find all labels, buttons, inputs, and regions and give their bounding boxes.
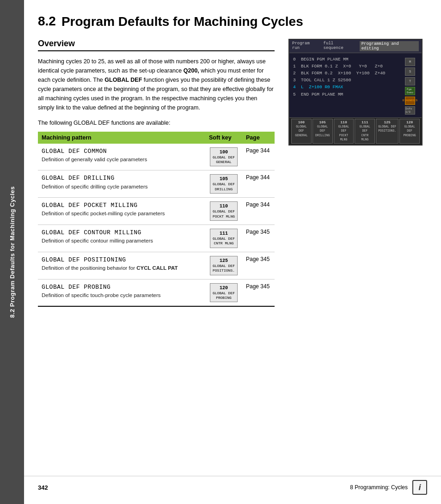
row-5-text: Definition of the positioning behavior f… — [42, 264, 202, 272]
screen-btn-s[interactable]: S — [405, 67, 415, 76]
section-number: 8.2 — [38, 14, 56, 29]
screen-line-3: 3 TOOL CALL 1 Z S2500 — [293, 77, 403, 84]
row-4-page: Page 345 — [242, 225, 275, 252]
screen-code-lines: 0 BEGIN PGM PLANE MM 1 BLK FORM 0.1 Z X+… — [293, 56, 403, 115]
row-5-desc: GLOBAL DEF POSITIONING Definition of the… — [38, 252, 205, 279]
page-footer: 342 8 Programming: Cycles i — [24, 476, 441, 495]
screen-line-0: 0 BEGIN PGM PLANE MM — [293, 56, 403, 63]
screen-btn-t[interactable]: T — [405, 77, 415, 85]
info-icon-label: i — [418, 483, 421, 492]
avail-text: The following GLOBAL DEF functions are a… — [38, 120, 275, 126]
cycl-call-pat-ref: CYCL CALL PAT — [136, 265, 178, 271]
screen-line-2: 2 BLK FORM 0.2 X+100 Y+100 Z+40 — [293, 70, 403, 77]
softkey-105[interactable]: 105 GLOBAL DEF DRILLING — [210, 174, 238, 194]
row-5-page: Page 345 — [242, 252, 275, 279]
row-6-page: Page 345 — [242, 279, 275, 306]
section-header: 8.2 Program Defaults for Machining Cycle… — [38, 14, 423, 30]
row-2-desc: GLOBAL DEF DRILLING Definition of specif… — [38, 170, 205, 198]
row-3-title: GLOBAL DEF POCKET MILLING — [42, 201, 202, 210]
row-6-title: GLOBAL DEF PROBING — [42, 283, 202, 291]
table-row: GLOBAL DEF DRILLING Definition of specif… — [38, 170, 275, 198]
row-4-softkey: 111 GLOBAL DEF CNTR MLNG — [205, 225, 242, 252]
left-column: Overview Machining cycles 20 to 25, as w… — [38, 39, 275, 307]
right-column: Program run full sequence Programming an… — [288, 39, 423, 307]
screen-line-1: 1 BLK FORM 0.1 Z X+0 Y+0 Z+0 — [293, 63, 403, 70]
softkey-125[interactable]: 125 GLOBAL DEF POSITIONS. — [210, 256, 238, 275]
row-3-text: Definition of specific pocket-milling cy… — [42, 210, 202, 217]
table-row: GLOBAL DEF PROBING Definition of specifi… — [38, 279, 275, 306]
softkey-120[interactable]: 120 GLOBAL DEF PROBING — [210, 283, 238, 303]
softkey-111[interactable]: 111 GLOBAL DEF CNTR MLNG — [210, 229, 238, 248]
screen-line-5: 5 END PGM PLANE MM — [293, 91, 403, 98]
table-row: GLOBAL DEF CONTOUR MILLING Definition of… — [38, 225, 275, 252]
row-4-text: Definition of specific contour milling p… — [42, 237, 202, 244]
def-table: Machining pattern Soft key Page GLOBAL D… — [38, 132, 275, 307]
row-5-softkey: 125 GLOBAL DEF POSITIONS. — [205, 252, 242, 279]
row-1-title: GLOBAL DEF COMMON — [42, 147, 202, 156]
info-icon: i — [412, 480, 427, 495]
table-row: GLOBAL DEF COMMON Definition of generall… — [38, 144, 275, 170]
screen-sk-105[interactable]: 105 GLOBAL DEF DRILLING — [312, 119, 333, 144]
table-row: GLOBAL DEF POCKET MILLING Definition of … — [38, 198, 275, 225]
row-2-page: Page 344 — [242, 170, 275, 198]
table-row: GLOBAL DEF POSITIONING Definition of the… — [38, 252, 275, 279]
row-3-softkey: 110 GLOBAL DEF POCKT MLNG — [205, 198, 242, 225]
row-5-title: GLOBAL DEF POSITIONING — [42, 256, 202, 264]
row-6-softkey: 120 GLOBAL DEF PROBING — [205, 279, 242, 306]
screen-btn-pgm[interactable]: PgmDemo — [405, 87, 415, 95]
q200-ref: Q200, — [184, 67, 199, 74]
row-2-softkey: 105 GLOBAL DEF DRILLING — [205, 170, 242, 198]
screen-sk-110[interactable]: 110 GLOBAL DEF POCKT MLNG — [334, 119, 354, 144]
footer-text: 8 Programming: Cycles — [350, 484, 408, 491]
screen-sk-120[interactable]: 120 GLOBAL DEF PROBING — [399, 119, 420, 144]
screen-line-4: 4 L Z+100 R0 FMAX — [293, 84, 403, 91]
screen: Program run full sequence Programming an… — [288, 39, 423, 146]
screen-right-panel: M S T PgmDemo DIAGNOSIS Info 1/3 — [405, 56, 418, 115]
row-4-desc: GLOBAL DEF CONTOUR MILLING Definition of… — [38, 225, 205, 252]
row-1-desc: GLOBAL DEF COMMON Definition of generall… — [38, 144, 205, 170]
row-6-text: Definition of specific touch-probe cycle… — [42, 291, 202, 299]
screen-btn-m[interactable]: M — [405, 58, 415, 66]
overview-heading: Overview — [38, 39, 275, 51]
table-header: Machining pattern Soft key Page — [38, 132, 275, 144]
section-title: Program Defaults for Machining Cycles — [61, 14, 303, 30]
screen-active-mode: Programming and editing — [360, 41, 419, 51]
row-6-desc: GLOBAL DEF PROBING Definition of specifi… — [38, 279, 205, 306]
screen-sk-111[interactable]: 111 GLOBAL DEF CNTR MLNG — [355, 119, 375, 144]
row-3-page: Page 344 — [242, 198, 275, 225]
screen-softkey-bar: 100 GLOBAL DEF GENERAL 105 GLOBAL DEF DR… — [289, 117, 422, 145]
row-3-desc: GLOBAL DEF POCKET MILLING Definition of … — [38, 198, 205, 225]
screen-tab-2[interactable]: full sequence — [324, 41, 355, 51]
table-body: GLOBAL DEF COMMON Definition of generall… — [38, 144, 275, 307]
screen-body: 0 BEGIN PGM PLANE MM 1 BLK FORM 0.1 Z X+… — [289, 53, 422, 117]
content-columns: Overview Machining cycles 20 to 25, as w… — [38, 39, 423, 307]
screen-btn-info[interactable]: Info 1/3 — [405, 106, 415, 115]
screen-sk-125[interactable]: 125 GLOBAL DEF POSITIONS. — [376, 119, 398, 144]
row-2-text: Definition of specific drilling cycle pa… — [42, 183, 202, 190]
row-1-page: Page 344 — [242, 144, 275, 170]
row-4-title: GLOBAL DEF CONTOUR MILLING — [42, 229, 202, 237]
screen-tab-1[interactable]: Program run — [292, 41, 319, 51]
page-number: 342 — [38, 484, 48, 491]
col-page: Page — [242, 132, 275, 144]
softkey-110[interactable]: 110 GLOBAL DEF POCKT MLNG — [210, 201, 238, 221]
intro-paragraph: Machining cycles 20 to 25, as well as al… — [38, 57, 275, 112]
global-def-ref: GLOBAL DEF — [104, 77, 142, 83]
softkey-100[interactable]: 100 GLOBAL DEF GENERAL — [210, 147, 238, 167]
col-softkey: Soft key — [205, 132, 242, 144]
screen-btn-diag[interactable]: DIAGNOSIS — [405, 97, 415, 105]
sidebar-label: 8.2 Program Defaults for Machining Cycle… — [9, 186, 16, 318]
main-content: 8.2 Program Defaults for Machining Cycle… — [24, 0, 441, 321]
row-1-softkey: 100 GLOBAL DEF GENERAL — [205, 144, 242, 170]
screen-header: Program run full sequence Programming an… — [289, 40, 422, 53]
screen-sk-100[interactable]: 100 GLOBAL DEF GENERAL — [291, 119, 312, 144]
sidebar: 8.2 Program Defaults for Machining Cycle… — [0, 0, 24, 504]
col-machining-pattern: Machining pattern — [38, 132, 205, 144]
row-1-text: Definition of generally valid cycle para… — [42, 156, 202, 163]
footer-right: 8 Programming: Cycles i — [350, 480, 427, 495]
row-2-title: GLOBAL DEF DRILLING — [42, 174, 202, 182]
